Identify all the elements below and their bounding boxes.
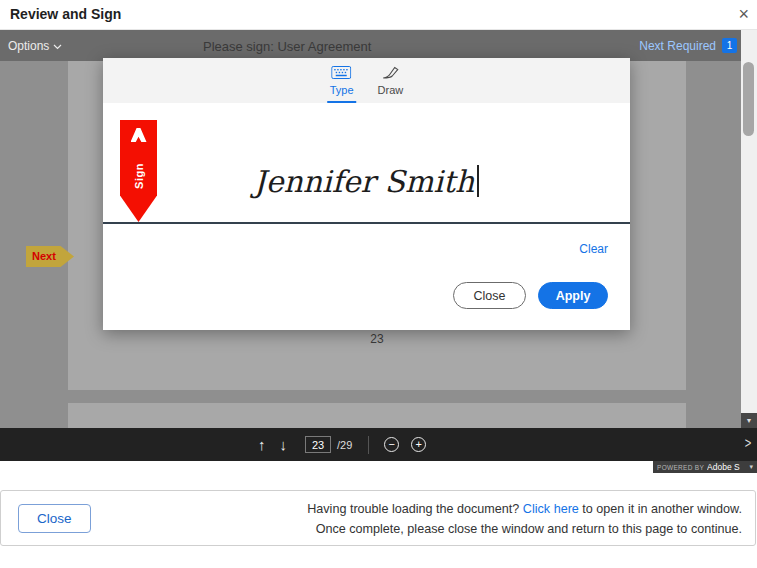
document-page-next	[68, 403, 686, 428]
scrollbar-down-icon[interactable]: ▼	[741, 413, 757, 428]
options-menu[interactable]: Options	[8, 39, 62, 53]
scrollbar-thumb[interactable]	[743, 62, 754, 136]
signature-dialog-header: Type Draw	[103, 58, 630, 103]
caret-down-icon[interactable]: ▾	[749, 463, 753, 471]
signature-apply-button[interactable]: Apply	[538, 282, 608, 309]
signature-dialog: Type Draw Sign Jennifer Smith Clear Clos…	[103, 58, 630, 330]
page-total-label: /29	[337, 439, 352, 451]
footer-close-button[interactable]: Close	[18, 504, 91, 533]
footer-help-line1-after: to open it in another window.	[582, 502, 742, 516]
click-here-link[interactable]: Click here	[523, 502, 579, 516]
powered-by-brand: Adobe S	[707, 462, 740, 472]
powered-by-label: POWERED BY	[657, 464, 704, 471]
chevron-right-icon[interactable]: >	[745, 435, 752, 451]
pen-icon	[382, 66, 399, 81]
powered-by-strip: POWERED BY Adobe S ▾	[653, 461, 757, 473]
document-title: Please sign: User Agreement	[203, 39, 371, 54]
adobe-logo-icon	[131, 128, 147, 142]
signature-tabs: Type Draw	[327, 58, 407, 103]
window-titlebar: Review and Sign ×	[0, 0, 757, 30]
footer-help-line1: Having trouble loading the document? Cli…	[307, 500, 742, 520]
footer-help-line1-before: Having trouble loading the document?	[307, 502, 519, 516]
footer-bar: Close Having trouble loading the documen…	[0, 490, 756, 546]
text-cursor	[477, 165, 479, 197]
window-title: Review and Sign	[10, 6, 121, 22]
page-down-icon[interactable]: ↓	[280, 436, 288, 453]
signature-text: Jennifer Smith	[254, 164, 475, 199]
tab-type[interactable]: Type	[327, 58, 357, 103]
toolbar-divider	[368, 436, 369, 454]
tab-type-label: Type	[330, 84, 354, 96]
keyboard-icon	[332, 66, 352, 81]
signature-baseline	[103, 222, 630, 224]
page-number-label: 23	[68, 332, 686, 346]
signature-dialog-buttons: Close Apply	[453, 282, 608, 309]
chevron-down-icon	[53, 39, 62, 53]
next-field-tag[interactable]: Next	[26, 246, 74, 267]
page-up-icon[interactable]: ↑	[258, 436, 266, 453]
viewer-toolbar: ↑ ↓ 23 /29 − + >	[0, 428, 757, 461]
next-required-label: Next Required	[639, 39, 716, 53]
next-field-tag-label: Next	[26, 246, 74, 267]
tab-draw-label: Draw	[378, 84, 404, 96]
zoom-in-icon[interactable]: +	[411, 437, 426, 452]
next-required-button[interactable]: Next Required 1	[639, 38, 737, 53]
options-label: Options	[8, 39, 49, 53]
clear-link[interactable]: Clear	[579, 242, 608, 256]
signature-close-button[interactable]: Close	[453, 282, 526, 309]
viewer-toolbar-controls: ↑ ↓ 23 /29 − +	[258, 428, 426, 461]
zoom-out-icon[interactable]: −	[384, 437, 399, 452]
signature-input-area[interactable]: Jennifer Smith	[103, 164, 630, 199]
close-icon[interactable]: ×	[738, 3, 749, 25]
footer-help-text: Having trouble loading the document? Cli…	[307, 500, 742, 539]
footer-help-line2: Once complete, please close the window a…	[307, 520, 742, 540]
tab-draw[interactable]: Draw	[375, 58, 407, 103]
sign-toolbar: Options Please sign: User Agreement Next…	[0, 30, 741, 61]
vertical-scrollbar[interactable]: ▼	[741, 30, 757, 428]
page-number-input[interactable]: 23	[305, 436, 331, 453]
next-required-count-badge: 1	[722, 38, 737, 53]
